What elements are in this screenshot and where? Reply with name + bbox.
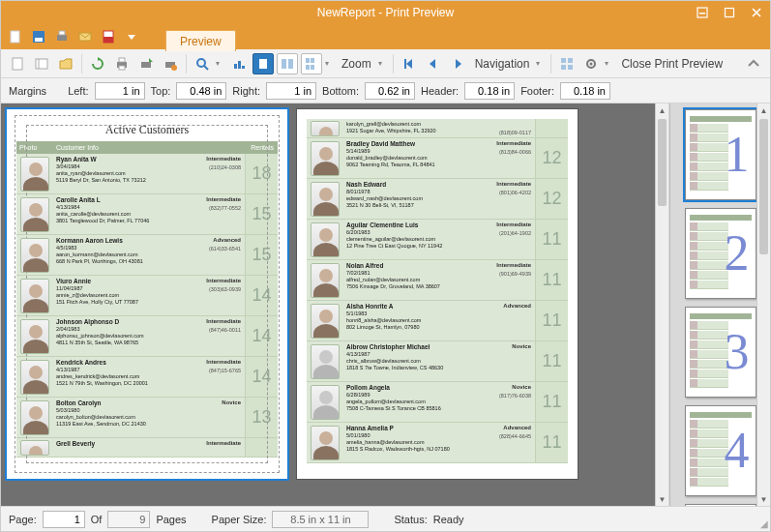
- svg-rect-31: [259, 59, 267, 69]
- page-setup-icon[interactable]: [7, 53, 28, 74]
- scroll-down-icon[interactable]: ▼: [656, 492, 668, 506]
- qat-dropdown-icon[interactable]: [123, 28, 140, 45]
- pages-label: Pages: [156, 514, 186, 525]
- avatar: [20, 440, 49, 456]
- qat-save-icon[interactable]: [30, 28, 47, 45]
- customer-info: Hanna Amelia P5/01/1980amelia_hanna@devl…: [343, 423, 535, 462]
- refresh-icon[interactable]: [87, 53, 108, 74]
- multi-page-icon[interactable]: [301, 53, 322, 74]
- page-layout-dropdown[interactable]: ▾: [325, 59, 335, 68]
- margin-left-input[interactable]: [95, 82, 145, 100]
- status-bar: Page: Of Pages Paper Size: Status: Ready…: [1, 506, 770, 531]
- avatar: [311, 385, 340, 420]
- margin-top-input[interactable]: [176, 82, 226, 100]
- current-page-input[interactable]: [43, 511, 85, 528]
- thumbnail-page-4[interactable]: 4: [685, 405, 756, 496]
- margin-top-label: Top:: [151, 85, 171, 97]
- next-page-icon[interactable]: [447, 53, 468, 74]
- first-page-icon[interactable]: [399, 53, 420, 74]
- print-options-icon[interactable]: [160, 53, 181, 74]
- svg-rect-30: [242, 66, 245, 69]
- preview-scrollbar[interactable]: ▲ ▼: [655, 103, 668, 506]
- quick-access-toolbar: Preview: [1, 24, 770, 49]
- rentals-count: 12: [535, 138, 568, 178]
- margin-header-input[interactable]: [464, 82, 515, 100]
- qat-export-pdf-icon[interactable]: [100, 28, 117, 45]
- close-button[interactable]: [743, 1, 770, 24]
- scroll-up-icon[interactable]: ▲: [656, 103, 668, 117]
- qat-print-icon[interactable]: [53, 28, 71, 45]
- rentals-count: 11: [535, 341, 568, 381]
- rentals-count: 11: [535, 301, 568, 340]
- svg-rect-14: [13, 58, 22, 70]
- customer-info: Grell BeverlyIntermediate: [53, 438, 245, 457]
- thumb-scroll-up-icon[interactable]: ▲: [757, 103, 770, 117]
- margin-right-input[interactable]: [266, 82, 316, 100]
- thumbnails-panel: 12345 ▲ ▼: [669, 103, 770, 506]
- qat-mail-icon[interactable]: [76, 28, 94, 45]
- customer-info: Bolton Carolyn5/03/1980carolyn_bolton@de…: [53, 398, 245, 437]
- thumbnails-scrollbar[interactable]: ▲ ▼: [756, 103, 770, 506]
- thumbnail-number: 2: [725, 228, 750, 279]
- open-file-icon[interactable]: [55, 53, 76, 74]
- scroll-thumb[interactable]: [658, 119, 667, 206]
- table-row: Bradley David Matthew5/14/1989donald_bra…: [307, 138, 568, 179]
- svg-rect-28: [234, 64, 237, 69]
- customer-info: Ryan Anita W3/04/1984anita_ryan@devlasor…: [53, 154, 245, 193]
- quick-print-icon[interactable]: [135, 53, 157, 74]
- ribbon-tab-preview[interactable]: Preview: [165, 30, 236, 51]
- thumbnails-toggle-icon[interactable]: [556, 53, 578, 74]
- customer-info: Nolan Alfred7/02/1981alfred_nolan@devlas…: [343, 260, 535, 300]
- preview-page-2[interactable]: karolyn_grell@devlasorent.com1921 Sugar …: [297, 109, 578, 479]
- svg-rect-12: [104, 37, 113, 43]
- one-page-icon[interactable]: [252, 53, 274, 74]
- thumbnail-number: 4: [725, 426, 750, 476]
- thumbnail-page-3[interactable]: 3: [685, 307, 756, 398]
- close-preview-button[interactable]: Close Print Preview: [617, 57, 727, 71]
- rentals-count: 11: [535, 423, 568, 462]
- minimize-button[interactable]: [689, 1, 716, 24]
- table-row: Kormann Aaron Lewis4/5/1983aaron_kormann…: [16, 235, 278, 276]
- avatar: [20, 319, 49, 354]
- rentals-count: 11: [535, 220, 568, 259]
- thumb-scroll-thumb[interactable]: [759, 119, 768, 254]
- svg-rect-8: [57, 35, 67, 41]
- view-settings-icon[interactable]: [580, 53, 602, 74]
- magnifier-dropdown[interactable]: ▾: [216, 59, 225, 68]
- qat-new-icon[interactable]: [7, 28, 24, 45]
- prev-page-icon[interactable]: [423, 53, 444, 74]
- svg-rect-43: [568, 58, 573, 63]
- customer-info: Albrow Christopher Michael4/13/1987chris…: [343, 341, 535, 381]
- zoom-dropdown[interactable]: ▾: [378, 59, 388, 68]
- margin-right-label: Right:: [232, 85, 260, 97]
- chart-view-icon[interactable]: [228, 53, 250, 74]
- margin-footer-input[interactable]: [560, 82, 610, 100]
- ribbon-collapse-icon[interactable]: [743, 53, 764, 74]
- print-layout-icon[interactable]: [31, 53, 52, 74]
- thumb-scroll-down-icon[interactable]: ▼: [757, 492, 770, 506]
- magnifier-icon[interactable]: [192, 53, 213, 74]
- resize-grip-icon[interactable]: ◢: [760, 518, 768, 529]
- table-row: Hanna Amelia P5/01/1980amelia_hanna@devl…: [307, 423, 568, 463]
- svg-line-27: [204, 66, 208, 70]
- two-page-icon[interactable]: [277, 53, 298, 74]
- svg-marker-13: [128, 35, 135, 40]
- svg-rect-39: [404, 59, 406, 69]
- thumbnail-page-1[interactable]: 1: [685, 109, 756, 200]
- avatar: [311, 426, 340, 460]
- thumbnail-page-2[interactable]: 2: [685, 208, 756, 299]
- preview-pane[interactable]: Active Customers Photo Customer Info Ren…: [1, 103, 669, 506]
- preview-page-1[interactable]: Active Customers Photo Customer Info Ren…: [7, 109, 287, 479]
- navigation-dropdown[interactable]: ▾: [536, 59, 546, 68]
- table-row: Johnson Alphonso D2/04/1983alphonso_john…: [16, 316, 278, 357]
- avatar: [20, 197, 49, 232]
- customer-info: Kormann Aaron Lewis4/5/1983aaron_kormann…: [53, 235, 245, 275]
- maximize-button[interactable]: [716, 1, 743, 24]
- view-dropdown[interactable]: ▾: [605, 59, 614, 68]
- margin-bottom-input[interactable]: [365, 82, 415, 100]
- svg-rect-7: [35, 38, 43, 42]
- print-icon[interactable]: [111, 53, 133, 74]
- table-row: Alsha Honrite A5/1/1983honri8_alsha@devl…: [307, 301, 568, 341]
- svg-point-47: [590, 62, 593, 65]
- svg-rect-15: [36, 59, 47, 69]
